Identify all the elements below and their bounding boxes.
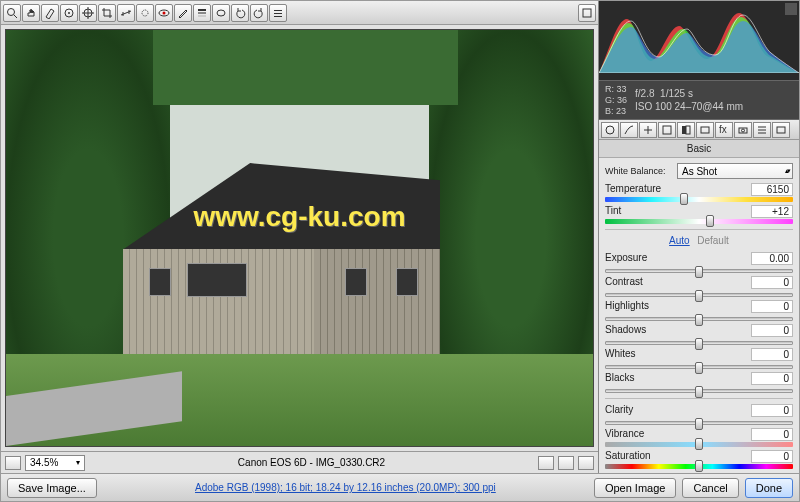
panel-tabs: fx <box>599 120 799 140</box>
white-balance-dropdown[interactable]: As Shot <box>677 163 793 179</box>
vibrance-thumb[interactable] <box>695 438 703 450</box>
histogram-menu-icon[interactable] <box>785 3 797 15</box>
white-balance-row: White Balance: As Shot <box>605 162 793 180</box>
tab-basic[interactable] <box>601 122 619 138</box>
hand-tool[interactable] <box>22 4 40 22</box>
whites-value[interactable]: 0 <box>751 348 793 361</box>
graduated-filter-tool[interactable] <box>193 4 211 22</box>
done-button[interactable]: Done <box>745 478 793 498</box>
right-panel: R: 33 G: 36 B: 23 f/2.8 1/125 s ISO 100 … <box>599 1 799 473</box>
tab-fx[interactable]: fx <box>715 122 733 138</box>
svg-point-21 <box>606 126 614 134</box>
image-preview[interactable]: www.cg-ku.com <box>5 29 594 447</box>
tab-lens[interactable] <box>696 122 714 138</box>
whites-track[interactable] <box>605 365 793 369</box>
tab-split[interactable] <box>677 122 695 138</box>
blacks-slider: Blacks0 <box>605 372 793 393</box>
white-balance-label: White Balance: <box>605 166 673 176</box>
zoom-tool[interactable] <box>3 4 21 22</box>
vibrance-track[interactable] <box>605 442 793 447</box>
preferences-tool[interactable] <box>269 4 287 22</box>
highlights-thumb[interactable] <box>695 314 703 326</box>
zoom-prev-button[interactable] <box>5 456 21 470</box>
clarity-thumb[interactable] <box>695 418 703 430</box>
tab-presets[interactable] <box>753 122 771 138</box>
open-image-button[interactable]: Open Image <box>594 478 677 498</box>
spot-removal-tool[interactable] <box>136 4 154 22</box>
white-balance-tool[interactable] <box>41 4 59 22</box>
exif-readout: R: 33 G: 36 B: 23 f/2.8 1/125 s ISO 100 … <box>599 81 799 120</box>
exif-aperture: f/2.8 <box>635 88 654 99</box>
exif-shutter: 1/125 s <box>660 88 693 99</box>
svg-rect-14 <box>198 12 206 14</box>
contrast-value[interactable]: 0 <box>751 276 793 289</box>
save-image-button[interactable]: Save Image... <box>7 478 97 498</box>
targeted-adjustment-tool[interactable] <box>79 4 97 22</box>
svg-rect-32 <box>777 127 785 133</box>
tint-track[interactable] <box>605 219 793 224</box>
shadows-thumb[interactable] <box>695 338 703 350</box>
saturation-track[interactable] <box>605 464 793 469</box>
rotate-ccw-tool[interactable] <box>231 4 249 22</box>
rotate-cw-tool[interactable] <box>250 4 268 22</box>
tool-toolbar <box>1 1 598 25</box>
svg-point-12 <box>163 11 166 14</box>
redeye-tool[interactable] <box>155 4 173 22</box>
radial-filter-tool[interactable] <box>212 4 230 22</box>
warning-toggle-2[interactable] <box>558 456 574 470</box>
temperature-thumb[interactable] <box>680 193 688 205</box>
basic-panel-body: White Balance: As Shot Temperature6150 T… <box>599 158 799 473</box>
highlights-slider: Highlights0 <box>605 300 793 321</box>
temperature-slider: Temperature6150 <box>605 183 793 202</box>
tab-curve[interactable] <box>620 122 638 138</box>
histogram[interactable] <box>599 1 799 81</box>
svg-point-16 <box>217 10 225 16</box>
cancel-button[interactable]: Cancel <box>682 478 738 498</box>
temperature-value[interactable]: 6150 <box>751 183 793 196</box>
workflow-options-link[interactable]: Adobe RGB (1998); 16 bit; 18.24 by 12.16… <box>195 482 496 493</box>
exposure-value[interactable]: 0.00 <box>751 252 793 265</box>
contrast-slider: Contrast0 <box>605 276 793 297</box>
crop-tool[interactable] <box>98 4 116 22</box>
warning-toggle-1[interactable] <box>538 456 554 470</box>
readout-g: 36 <box>617 95 627 105</box>
blacks-value[interactable]: 0 <box>751 372 793 385</box>
tab-camera[interactable] <box>734 122 752 138</box>
warning-toggle-3[interactable] <box>578 456 594 470</box>
shadows-value[interactable]: 0 <box>751 324 793 337</box>
vibrance-slider: Vibrance0 <box>605 428 793 447</box>
svg-rect-19 <box>274 16 282 17</box>
default-link[interactable]: Default <box>697 235 729 246</box>
blacks-track[interactable] <box>605 389 793 393</box>
tab-snapshots[interactable] <box>772 122 790 138</box>
toggle-preview-icon[interactable] <box>578 4 596 22</box>
saturation-value[interactable]: 0 <box>751 450 793 463</box>
svg-point-0 <box>8 8 15 15</box>
straighten-tool[interactable] <box>117 4 135 22</box>
clarity-track[interactable] <box>605 421 793 425</box>
whites-thumb[interactable] <box>695 362 703 374</box>
highlights-track[interactable] <box>605 317 793 321</box>
highlights-value[interactable]: 0 <box>751 300 793 313</box>
zoom-dropdown[interactable]: 34.5% <box>25 455 85 471</box>
color-sampler-tool[interactable] <box>60 4 78 22</box>
readout-r: 33 <box>617 84 627 94</box>
clarity-value[interactable]: 0 <box>751 404 793 417</box>
temperature-track[interactable] <box>605 197 793 202</box>
tab-detail[interactable] <box>639 122 657 138</box>
camera-file-label: Canon EOS 6D - IMG_0330.CR2 <box>89 457 534 468</box>
exposure-thumb[interactable] <box>695 266 703 278</box>
tint-value[interactable]: +12 <box>751 205 793 218</box>
saturation-thumb[interactable] <box>695 460 703 472</box>
contrast-track[interactable] <box>605 293 793 297</box>
shadows-track[interactable] <box>605 341 793 345</box>
contrast-thumb[interactable] <box>695 290 703 302</box>
tint-thumb[interactable] <box>706 215 714 227</box>
auto-default-row: Auto Default <box>605 235 793 246</box>
vibrance-value[interactable]: 0 <box>751 428 793 441</box>
adjustment-brush-tool[interactable] <box>174 4 192 22</box>
auto-link[interactable]: Auto <box>669 235 690 246</box>
blacks-thumb[interactable] <box>695 386 703 398</box>
exposure-track[interactable] <box>605 269 793 273</box>
tab-hsl[interactable] <box>658 122 676 138</box>
